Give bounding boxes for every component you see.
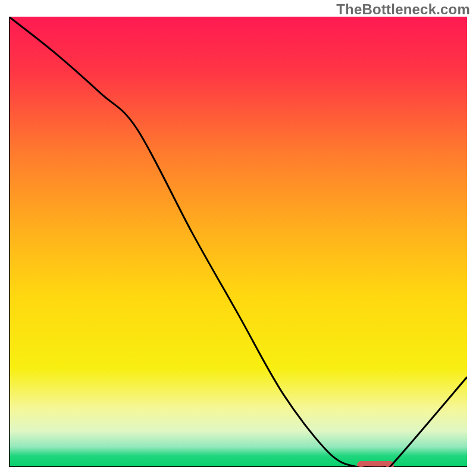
optimum-marker [357,461,394,467]
chart-svg [9,17,467,467]
watermark-text: TheBottleneck.com [336,1,470,18]
gradient-background [9,17,467,467]
plot-area [9,17,467,467]
chart-container: TheBottleneck.com [0,0,476,476]
